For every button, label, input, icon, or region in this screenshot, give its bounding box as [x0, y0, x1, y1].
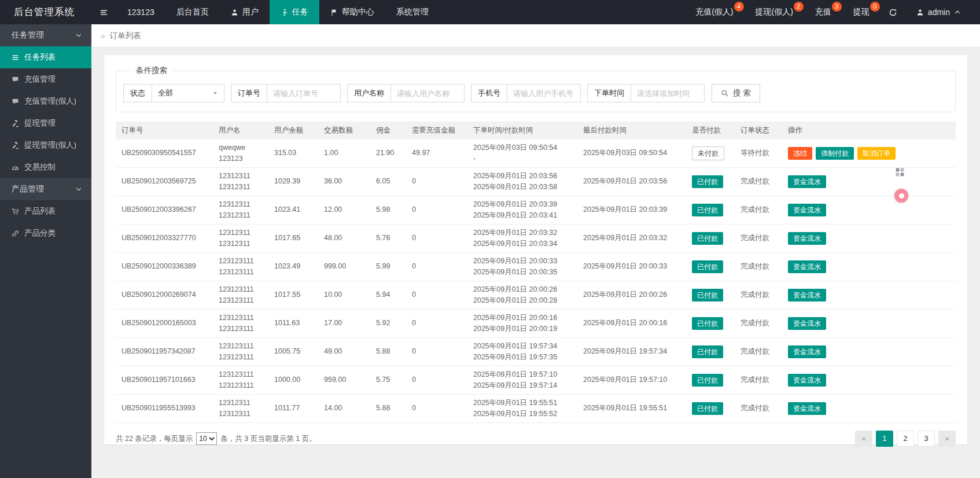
topbar-badge-label: 充值(假人)	[695, 7, 733, 17]
record-summary: 共 22 条记录，每页显示 10 条，共 3 页当前显示第 1 页。	[116, 432, 316, 445]
mascot-icon[interactable]	[894, 189, 908, 203]
user-icon	[231, 9, 238, 16]
user-cell: 1231231112312311	[213, 395, 268, 423]
user-line: 123123111	[219, 256, 263, 267]
last-pay-time-cell: 2025年09月01日 19:55:51	[577, 395, 686, 423]
topbar-menu-item[interactable]: 帮助中心	[319, 0, 385, 24]
table-row: UB25090120002690741231231111231231111017…	[116, 281, 956, 310]
action-button[interactable]: 强制付款	[816, 147, 854, 160]
topbar-right-menu: 充值(假人)4提现(假人)2充值3提现0admin	[684, 0, 980, 24]
table-row: UB2509030950541557qweqwe123123315.031.00…	[116, 139, 956, 168]
action-button[interactable]: 资金流水	[788, 345, 826, 359]
action-button[interactable]: 资金流水	[788, 374, 826, 387]
action-button[interactable]: 取消订单	[857, 147, 896, 160]
action-button[interactable]: 资金流水	[788, 260, 826, 274]
topbar-menu-item[interactable]: 系统管理	[385, 0, 440, 24]
balance-cell: 1005.75	[268, 338, 318, 366]
sidebar-item[interactable]: 充值管理	[0, 68, 91, 90]
paid-status-tag: 已付款	[692, 260, 723, 274]
order-time-line: 2025年09月03日 09:50:54	[473, 142, 572, 153]
panel-grid-icon[interactable]	[895, 167, 905, 177]
paid-cell: 已付款	[686, 168, 735, 196]
balance-cell: 1011.77	[268, 395, 318, 423]
notification-badge: 2	[794, 2, 804, 12]
user-menu[interactable]: admin	[905, 0, 972, 24]
topbar-menu-label: 用户	[242, 7, 259, 17]
order-time-line: 2025年09月01日 20:00:19	[473, 323, 572, 334]
cart-icon	[12, 208, 19, 215]
action-button[interactable]: 资金流水	[788, 289, 826, 302]
column-header: 是否付款	[686, 122, 735, 139]
commission-cell: 5.88	[370, 338, 406, 366]
topbar-menu-item[interactable]: 任务	[270, 0, 319, 24]
sidebar-group-header[interactable]: 产品管理	[0, 178, 91, 200]
order-time-line: 2025年09月01日 19:55:52	[473, 409, 572, 420]
order-time-cell: 2025年09月03日 09:50:54-	[467, 139, 577, 168]
status-select[interactable]: 全部	[152, 88, 224, 98]
search-text-input[interactable]	[267, 89, 340, 98]
balance-cell: 1023.49	[268, 253, 318, 281]
topbar-badge-item[interactable]: 提现0	[842, 0, 880, 24]
page-button[interactable]: 1	[876, 431, 893, 447]
search-button-label: 搜 索	[733, 88, 751, 98]
search-field-control	[267, 84, 341, 102]
order-time-cell: 2025年09月01日 20:00:332025年09月01日 20:00:35	[467, 253, 577, 281]
sidebar-item-label: 产品列表	[24, 206, 56, 216]
topbar-menu-item[interactable]: 用户	[220, 0, 270, 24]
sidebar-group-header[interactable]: 任务管理	[0, 24, 91, 46]
page-button[interactable]: «	[855, 431, 872, 447]
sidebar-item[interactable]: 产品列表	[0, 200, 91, 222]
order-time-line: 2025年09月01日 20:00:26	[473, 284, 572, 295]
search-field-control: 全部	[152, 84, 224, 102]
user-line: 12312311	[219, 171, 263, 182]
action-button[interactable]: 资金流水	[788, 204, 826, 217]
action-button[interactable]: 资金流水	[788, 232, 826, 245]
refresh-button[interactable]	[880, 0, 905, 24]
sidebar-item-label: 任务列表	[24, 52, 56, 62]
action-button[interactable]: 资金流水	[788, 317, 826, 330]
topbar-badge-item[interactable]: 提现(假人)2	[745, 0, 804, 24]
comment-icon	[12, 76, 19, 83]
need-recharge-cell: 49.97	[406, 139, 467, 168]
page-size-select[interactable]: 10	[196, 432, 217, 445]
order-time-line: 2025年09月01日 20:00:35	[473, 267, 572, 278]
topbar-badge-item[interactable]: 充值(假人)4	[684, 0, 744, 24]
sidebar-toggle-button[interactable]	[91, 0, 116, 24]
sidebar-item[interactable]: 任务列表	[0, 46, 91, 68]
action-button[interactable]: 资金流水	[788, 402, 826, 416]
paid-status-tag: 未付款	[692, 146, 724, 161]
user-line: 123123111	[219, 312, 263, 323]
topbar-menu-item[interactable]: 后台首页	[165, 0, 220, 24]
order-time-line: 2025年09月01日 20:03:32	[473, 227, 572, 238]
search-text-input[interactable]	[507, 89, 580, 98]
search-field: 状态全部	[123, 84, 224, 102]
sidebar-item-label: 产品分类	[24, 228, 56, 238]
sidebar-item[interactable]: 充值管理(假人)	[0, 90, 91, 112]
page-button[interactable]: 2	[897, 431, 914, 447]
page-button[interactable]: 3	[918, 431, 935, 447]
page-button[interactable]: »	[938, 431, 956, 447]
notification-badge: 4	[734, 2, 744, 12]
topbar-menu-item[interactable]: 123123	[116, 0, 165, 24]
comment-icon	[12, 98, 19, 105]
search-text-input[interactable]	[631, 89, 704, 98]
sidebar-item[interactable]: 交易控制	[0, 156, 91, 178]
search-text-input[interactable]	[391, 89, 464, 98]
sidebar-item[interactable]: 提现管理	[0, 112, 91, 134]
need-recharge-cell: 0	[406, 338, 467, 366]
sidebar-item[interactable]: 产品分类	[0, 222, 91, 244]
topbar: 后台管理系统 123123后台首页用户任务帮助中心系统管理 充值(假人)4提现(…	[0, 0, 980, 24]
user-line: qweqwe	[219, 142, 263, 153]
action-button[interactable]: 冻结	[788, 147, 812, 160]
app-title: 后台管理系统	[0, 0, 91, 24]
search-button[interactable]: 搜 索	[712, 84, 760, 102]
commission-cell: 5.88	[370, 395, 406, 423]
last-pay-time-cell: 2025年09月01日 20:00:16	[577, 310, 686, 338]
table-row: UB25090120003363891231231111231231111023…	[116, 253, 956, 281]
sidebar-item[interactable]: 提现管理(假人)	[0, 134, 91, 156]
topbar-badge-item[interactable]: 充值3	[804, 0, 842, 24]
action-button[interactable]: 资金流水	[788, 175, 826, 189]
commission-cell: 21.90	[370, 139, 406, 168]
task-icon	[281, 9, 288, 16]
topbar-menu: 123123后台首页用户任务帮助中心系统管理	[116, 0, 440, 24]
